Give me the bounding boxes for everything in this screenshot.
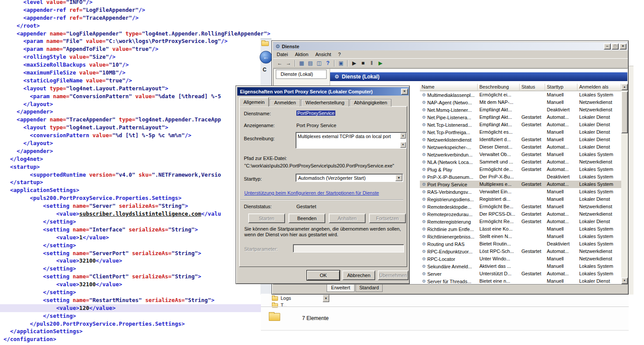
service-row[interactable]: ⚙NLA (Network Loca...Sammelt und ...Gest… bbox=[420, 158, 621, 166]
start-button[interactable]: Starten bbox=[248, 213, 285, 223]
description-field[interactable]: Multiplexes external TCP/IP data on loca… bbox=[296, 132, 407, 149]
scroll-up-button[interactable]: ▲ bbox=[400, 133, 406, 139]
service-name-value[interactable]: PortProxyService bbox=[296, 110, 335, 116]
show-console-tree-icon[interactable]: ▦ bbox=[297, 59, 306, 67]
service-row[interactable]: ⚙NetzwerklistendienstIdentifiziert d...G… bbox=[420, 136, 621, 143]
start-service-icon[interactable]: ▶ bbox=[350, 59, 359, 67]
service-gear-icon: ⚙ bbox=[422, 256, 426, 263]
background-window-edge bbox=[629, 66, 633, 295]
service-row[interactable]: ⚙Net.Msmq-Listener...Empfängt Akt...Deak… bbox=[420, 106, 621, 114]
startup-options-help-link[interactable]: Unterstützung beim Konfigurieren der Sta… bbox=[244, 190, 379, 196]
column-header-beschreibung[interactable]: Beschreibung bbox=[478, 84, 520, 91]
maximize-button[interactable]: □ bbox=[612, 43, 619, 50]
service-row[interactable]: ⚙Registrierungsdiens...Registriert di...… bbox=[420, 196, 621, 203]
service-row[interactable]: ⚙Remoteprozedurau...Der RPCSS-Di...Gesta… bbox=[420, 210, 621, 218]
service-cell bbox=[520, 173, 545, 181]
forward-icon[interactable]: → bbox=[284, 59, 293, 67]
dialog-close-button[interactable]: × bbox=[401, 89, 408, 95]
service-row[interactable]: ⚙Plug & PlayErmöglicht de...GestartetAut… bbox=[420, 166, 621, 173]
service-row[interactable]: ⚙NAP-Agent (Netwo...Mit dem NAP-...Manue… bbox=[420, 99, 621, 106]
services-titlebar[interactable]: ⚙ Dienste – □ × bbox=[273, 42, 628, 50]
tab-erweitert[interactable]: Erweitert bbox=[327, 285, 355, 292]
menu-datei[interactable]: Datei bbox=[273, 51, 292, 58]
tab-allgemein[interactable]: Allgemein bbox=[239, 97, 269, 107]
column-header-starttyp[interactable]: Starttyp bbox=[545, 84, 577, 91]
minimize-button[interactable]: – bbox=[604, 43, 611, 50]
service-gear-icon: ⚙ bbox=[422, 241, 426, 248]
back-button[interactable]: ← bbox=[260, 51, 272, 64]
dropdown-button[interactable]: ▼ bbox=[323, 295, 329, 302]
menu-aktion[interactable]: Aktion bbox=[292, 51, 312, 58]
column-header-status[interactable]: Status bbox=[520, 84, 545, 91]
service-status-label: Dienststatus: bbox=[244, 204, 272, 209]
service-gear-icon: ⚙ bbox=[422, 233, 426, 240]
stop-button[interactable]: Beenden bbox=[289, 213, 325, 223]
folder-item-label[interactable]: Logs bbox=[281, 295, 291, 301]
pause-button[interactable]: Anhalten bbox=[329, 213, 366, 223]
service-cell: Manuell bbox=[545, 128, 577, 136]
service-row[interactable]: ⚙RemoteregistrierungErmöglicht Re...Gest… bbox=[420, 218, 621, 225]
resume-button[interactable]: Fortsetzen bbox=[369, 213, 406, 223]
code-line: </appender> bbox=[0, 147, 275, 155]
service-row[interactable]: ⚙Net.Tcp-Portfreiga...Ermöglicht es...Ma… bbox=[420, 128, 621, 136]
service-row[interactable]: ⚙Remotedesktopdie...Ermöglicht Be...Gest… bbox=[420, 203, 621, 210]
restart-service-icon[interactable]: ▶ bbox=[376, 59, 385, 67]
code-line: <layout type="log4net.Layout.PatternLayo… bbox=[0, 85, 275, 92]
services-list: ⚙Multimediaklassenpl...Ermöglicht ei...M… bbox=[420, 91, 621, 284]
dialog-titlebar[interactable]: Eigenschaften von Port Proxy Service (Lo… bbox=[237, 87, 409, 96]
scroll-up-button[interactable]: ▲ bbox=[621, 84, 628, 90]
tab-anmelden[interactable]: Anmelden bbox=[270, 99, 300, 107]
xml-config-editor[interactable]: <level value="INFO"/> <appender-ref ref=… bbox=[0, 0, 275, 343]
scrollbar-thumb[interactable] bbox=[621, 91, 628, 133]
service-name-cell: ⚙Sekundäre Anmeld... bbox=[420, 263, 478, 270]
tab-standard[interactable]: Standard bbox=[355, 285, 383, 292]
service-row[interactable]: ⚙Server für Threads...Bietet eine n...Ma… bbox=[420, 277, 621, 284]
close-button[interactable]: × bbox=[619, 43, 626, 50]
chevron-down-icon[interactable]: ▼ bbox=[395, 174, 402, 181]
column-header-name[interactable]: Name bbox=[420, 84, 478, 91]
service-row[interactable]: ⚙Netzwerkverbindun...Verwaltet Ob...Gest… bbox=[420, 151, 621, 158]
column-header-anmelden-als[interactable]: Anmelden als bbox=[577, 84, 621, 91]
apply-button[interactable]: Übernehmen bbox=[378, 270, 408, 280]
menu-ansicht[interactable]: Ansicht bbox=[312, 51, 334, 58]
tab-wiederherstellung[interactable]: Wiederherstellung bbox=[301, 99, 349, 107]
back-icon[interactable]: ← bbox=[275, 59, 284, 67]
pause-service-icon[interactable]: ‖ bbox=[367, 59, 376, 67]
service-row[interactable]: ⚙RPC-Endpunktzuor...Löst RPC-Sch...Gesta… bbox=[420, 248, 621, 255]
ok-button[interactable]: OK bbox=[307, 270, 340, 280]
service-name-cell: ⚙Server bbox=[420, 270, 478, 277]
extended-pane-icon[interactable]: ▣ bbox=[337, 59, 345, 67]
tree-tab-dienste-lokal[interactable]: Dienste (Lokal) bbox=[276, 70, 327, 79]
service-row[interactable]: ⚙Sekundäre Anmeld...Aktiviert das ...Man… bbox=[420, 263, 621, 270]
menu-hilfe[interactable]: ? bbox=[334, 51, 344, 58]
service-row[interactable]: ⚙PnP-X-IP-Busenum...Der PnP-X-Bu...Deakt… bbox=[420, 173, 621, 181]
scroll-down-button[interactable]: ▼ bbox=[400, 142, 406, 148]
service-cell: Lokales System bbox=[577, 181, 621, 188]
service-row[interactable]: ⚙Netzwerkspeicher-...Dieser Dienst...Ges… bbox=[420, 143, 621, 151]
service-name-cell: ⚙Richtlinie zum Entfe... bbox=[420, 225, 478, 233]
stop-service-icon[interactable]: ■ bbox=[359, 59, 367, 67]
service-row[interactable]: ⚙RPC-LocatorUnter Windo...ManuellNetzwer… bbox=[420, 255, 621, 263]
service-row[interactable]: ⚙Routing und RASBietet Routin...Deaktivi… bbox=[420, 240, 621, 248]
help-icon[interactable]: ? bbox=[324, 59, 332, 67]
export-list-icon[interactable]: ▤ bbox=[306, 59, 315, 67]
tab-abhngigkeiten[interactable]: Abhängigkeiten bbox=[350, 99, 392, 107]
service-row[interactable]: ⚙ServerUnterstützt D...GestartetAutomat.… bbox=[420, 270, 621, 277]
service-row[interactable]: ⚙Net.Tcp-Listenerad...Empfängt Akt...Ges… bbox=[420, 121, 621, 128]
refresh-icon[interactable]: ◫ bbox=[315, 59, 324, 67]
service-cell: Gestartet bbox=[520, 151, 545, 158]
service-row[interactable]: ⚙Richtlinienergebniss...Stellt einen N..… bbox=[420, 233, 621, 240]
start-parameters-input[interactable] bbox=[293, 244, 404, 253]
folder-icon[interactable] bbox=[272, 296, 278, 301]
list-scrollbar[interactable]: ▲ ▼ bbox=[621, 84, 628, 284]
service-row[interactable]: ⚙RAS-Verbindungsv...Verwaltet Ein...Manu… bbox=[420, 188, 621, 196]
service-row[interactable]: ⚙Port Proxy ServiceMultiplexes e...Gesta… bbox=[420, 181, 621, 188]
service-row[interactable]: ⚙Richtlinie zum Entfe...Lässt eine Ko...… bbox=[420, 225, 621, 233]
service-row[interactable]: ⚙Multimediaklassenpl...Ermöglicht ei...M… bbox=[420, 91, 621, 99]
code-line: <appender-ref ref="TraceAppender"/> bbox=[0, 14, 275, 22]
service-row[interactable]: ⚙Net.Pipe-Listenera...Empfängt Akt...Ges… bbox=[420, 114, 621, 121]
cancel-button[interactable]: Abbrechen bbox=[342, 270, 375, 280]
startup-type-select[interactable]: Automatisch (Verzögerter Start) ▼ bbox=[296, 174, 403, 182]
service-cell: Multiplexes e... bbox=[478, 181, 520, 188]
scroll-down-button[interactable]: ▼ bbox=[621, 277, 628, 284]
